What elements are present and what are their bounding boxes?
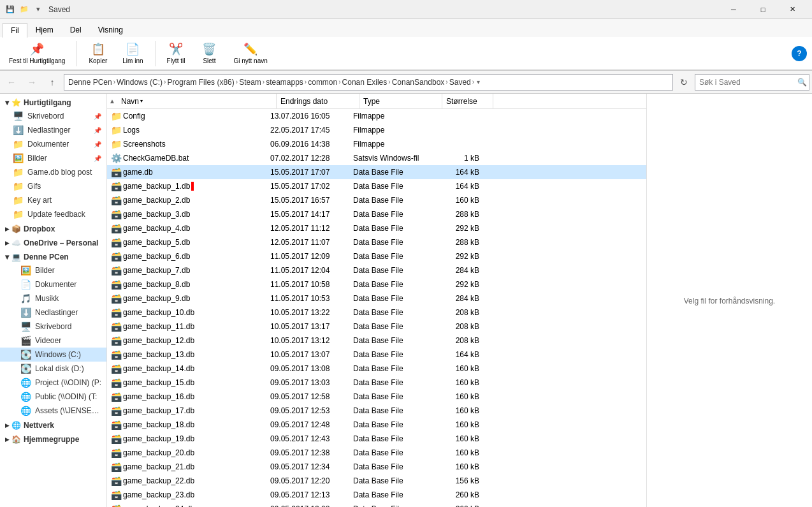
file-type: Satsvis Windows-fil bbox=[349, 154, 432, 163]
table-row[interactable]: 🗃️ game_backup_19.db 09.05.2017 12:43 Da… bbox=[107, 432, 646, 446]
hjemmegruppe-header[interactable]: ▸ 🏠 Hjemmegruppe bbox=[0, 433, 106, 446]
file-size: 164 kB bbox=[432, 168, 483, 177]
table-row[interactable]: 📁 Logs 22.05.2017 17:45 Filmappe bbox=[107, 123, 646, 137]
pinned-access-button[interactable]: 📌 Fest til Hurtigtilgang bbox=[5, 41, 69, 66]
table-row[interactable]: 🗃️ game_backup_22.db 09.05.2017 12:20 Da… bbox=[107, 474, 646, 488]
tab-fil[interactable]: Fil bbox=[3, 23, 27, 38]
table-row[interactable]: 🗃️ game_backup_5.db 12.05.2017 11:07 Dat… bbox=[107, 235, 646, 249]
table-row[interactable]: 🗃️ game_backup_17.db 09.05.2017 12:53 Da… bbox=[107, 404, 646, 418]
path-steamapps[interactable]: steamapps bbox=[266, 78, 303, 87]
table-row[interactable]: 🗃️ game_backup_9.db 11.05.2017 10:53 Dat… bbox=[107, 291, 646, 305]
refresh-button[interactable]: ↻ bbox=[676, 74, 692, 91]
sidebar-item-skrivebord2[interactable]: 🖥️ Skrivebord bbox=[0, 320, 106, 334]
rename-button[interactable]: ✏️ Gi nytt navn bbox=[229, 41, 271, 66]
sidebar-item-skrivebord[interactable]: 🖥️ Skrivebord 📌 bbox=[0, 109, 106, 123]
col-header-date[interactable]: Endrings dato bbox=[277, 94, 359, 108]
table-row[interactable]: 🗃️ game_backup_10.db 10.05.2017 13:22 Da… bbox=[107, 305, 646, 320]
sidebar-item-windows-c[interactable]: 💽 Windows (C:) bbox=[0, 348, 106, 362]
table-row[interactable]: ⚙️ CheckGameDB.bat 07.02.2017 12:28 Sats… bbox=[107, 151, 646, 165]
sidebar-item-assets[interactable]: 🌐 Assets (\\JENSERIK\ bbox=[0, 404, 106, 418]
path-windows-c[interactable]: Windows (C:) bbox=[117, 78, 163, 87]
sidebar-item-bilder2[interactable]: 🖼️ Bilder bbox=[0, 263, 106, 277]
dropbox-header[interactable]: ▸ 📦 Dropbox bbox=[0, 223, 106, 235]
table-row[interactable]: 🗃️ game_backup_4.db 12.05.2017 11:12 Dat… bbox=[107, 221, 646, 235]
tab-visning[interactable]: Visning bbox=[90, 22, 131, 37]
sidebar-item-bilder[interactable]: 🖼️ Bilder 📌 bbox=[0, 151, 106, 165]
nettverk-header[interactable]: ▸ 🌐 Nettverk bbox=[0, 419, 106, 432]
table-row[interactable]: 🗃️ game_backup_24.db 09.05.2017 12:08 Da… bbox=[107, 502, 646, 507]
tab-hjem[interactable]: Hjem bbox=[27, 22, 62, 37]
path-steam[interactable]: Steam bbox=[239, 78, 261, 87]
file-size: 156 kB bbox=[432, 476, 483, 485]
paste-button[interactable]: 📄 Lim inn bbox=[119, 41, 147, 66]
sidebar-item-dokumenter2[interactable]: 📄 Dokumenter bbox=[0, 277, 106, 291]
window-controls: ─ □ ✕ bbox=[719, 0, 807, 19]
col-header-size[interactable]: Størrelse bbox=[442, 94, 493, 108]
close-button[interactable]: ✕ bbox=[778, 0, 807, 19]
table-row[interactable]: 🗃️ game_backup_21.db 09.05.2017 12:34 Da… bbox=[107, 460, 646, 474]
delete-icon: 🗑️ bbox=[202, 42, 216, 56]
file-name: 🗃️ game_backup_23.db bbox=[107, 490, 266, 500]
sidebar-item-musikk[interactable]: 🎵 Musikk bbox=[0, 291, 106, 305]
sidebar-item-dokumenter[interactable]: 📁 Dokumenter 📌 bbox=[0, 137, 106, 151]
file-size: 260 kB bbox=[432, 490, 483, 499]
table-row[interactable]: 🗃️ game_backup_14.db 09.05.2017 13:08 Da… bbox=[107, 362, 646, 376]
path-program-files[interactable]: Program Files (x86) bbox=[167, 78, 234, 87]
copy-button[interactable]: 📋 Kopier bbox=[85, 41, 111, 66]
file-date: 09.05.2017 12:34 bbox=[266, 462, 349, 471]
minimize-button[interactable]: ─ bbox=[719, 0, 748, 19]
maximize-button[interactable]: □ bbox=[748, 0, 778, 19]
table-row[interactable]: 🗃️ game_backup_20.db 09.05.2017 12:38 Da… bbox=[107, 446, 646, 460]
path-denne-pcen[interactable]: Denne PCen bbox=[68, 78, 112, 87]
dennepce-header[interactable]: ▾ 💻 Denne PCen bbox=[0, 251, 106, 263]
col-header-name[interactable]: Navn ▾ bbox=[117, 94, 277, 108]
address-path[interactable]: Denne PCen › Windows (C:) › Program File… bbox=[64, 74, 673, 91]
onedrive-header[interactable]: ▸ ☁️ OneDrive – Personal bbox=[0, 237, 106, 249]
sidebar-item-nedlastinger[interactable]: ⬇️ Nedlastinger 📌 bbox=[0, 123, 106, 137]
search-input[interactable] bbox=[699, 78, 795, 87]
table-row[interactable]: 🗃️ game.db 15.05.2017 17:07 Data Base Fi… bbox=[107, 165, 646, 179]
path-saved[interactable]: Saved bbox=[449, 78, 471, 87]
tab-del[interactable]: Del bbox=[62, 22, 90, 37]
table-row[interactable]: 🗃️ game_backup_16.db 09.05.2017 12:58 Da… bbox=[107, 390, 646, 404]
delete-button[interactable]: 🗑️ Slett bbox=[196, 41, 222, 66]
table-row[interactable]: 🗃️ game_backup_2.db 15.05.2017 16:57 Dat… bbox=[107, 193, 646, 207]
table-row[interactable]: 🗃️ game_backup_3.db 15.05.2017 14:17 Dat… bbox=[107, 207, 646, 221]
sidebar-item-lokal-d[interactable]: 💽 Lokal disk (D:) bbox=[0, 362, 106, 376]
nedlastinger-label: Nedlastinger bbox=[27, 126, 70, 135]
table-row[interactable]: 🗃️ game_backup_11.db 10.05.2017 13:17 Da… bbox=[107, 320, 646, 334]
table-row[interactable]: 🗃️ game_backup_7.db 11.05.2017 12:04 Dat… bbox=[107, 263, 646, 277]
sidebar-item-gamedb[interactable]: 📁 Game.db blog post bbox=[0, 165, 106, 179]
table-row[interactable]: 🗃️ game_backup_13.db 10.05.2017 13:07 Da… bbox=[107, 348, 646, 362]
sidebar-item-keyart[interactable]: 📁 Key art bbox=[0, 193, 106, 207]
down-arrow-icon[interactable]: ▾ bbox=[33, 4, 43, 15]
forward-button[interactable]: → bbox=[23, 74, 41, 91]
path-conansandbox[interactable]: ConanSandbox bbox=[392, 78, 445, 87]
back-button[interactable]: ← bbox=[3, 74, 20, 91]
move-button[interactable]: ✂️ Flytt til bbox=[163, 41, 189, 66]
table-row[interactable]: 🗃️ game_backup_8.db 11.05.2017 10:58 Dat… bbox=[107, 277, 646, 291]
table-row[interactable]: 📁 Screenshots 06.09.2016 14:38 Filmappe bbox=[107, 137, 646, 151]
up-button[interactable]: ↑ bbox=[43, 74, 61, 91]
sidebar-item-nedlastinger2[interactable]: ⬇️ Nedlastinger bbox=[0, 305, 106, 320]
sidebar-item-gifs[interactable]: 📁 Gifs bbox=[0, 179, 106, 193]
path-dropdown-btn[interactable]: ▾ bbox=[475, 77, 481, 87]
table-row[interactable]: 🗃️ game_backup_23.db 09.05.2017 12:13 Da… bbox=[107, 488, 646, 502]
path-common[interactable]: common bbox=[308, 78, 337, 87]
table-row[interactable]: 📁 Config 13.07.2016 16:05 Filmappe bbox=[107, 109, 646, 123]
quickaccess-header[interactable]: ▾ ⭐ Hurtigtilgang bbox=[0, 96, 106, 109]
table-row[interactable]: 🗃️ game_backup_1.db 15.05.2017 17:02 Dat… bbox=[107, 179, 646, 193]
sidebar-item-videoer[interactable]: 🎬 Videoer bbox=[0, 334, 106, 348]
table-row[interactable]: 🗃️ game_backup_18.db 09.05.2017 12:48 Da… bbox=[107, 418, 646, 432]
col-header-type[interactable]: Type bbox=[359, 94, 442, 108]
sidebar-item-updatefeedback[interactable]: 📁 Update feedback bbox=[0, 207, 106, 221]
sidebar-item-public[interactable]: 🌐 Public (\\ODIN) (T: bbox=[0, 390, 106, 404]
table-row[interactable]: 🗃️ game_backup_6.db 11.05.2017 12:09 Dat… bbox=[107, 249, 646, 263]
table-row[interactable]: 🗃️ game_backup_12.db 10.05.2017 13:12 Da… bbox=[107, 334, 646, 348]
help-button[interactable]: ? bbox=[792, 46, 807, 61]
table-row[interactable]: 🗃️ game_backup_15.db 09.05.2017 13:03 Da… bbox=[107, 376, 646, 390]
col-scroll-up[interactable]: ▲ bbox=[107, 94, 117, 109]
file-date: 10.05.2017 13:12 bbox=[266, 336, 349, 345]
path-conan-exiles[interactable]: Conan Exiles bbox=[342, 78, 388, 87]
sidebar-item-project[interactable]: 🌐 Project (\\ODIN) (P: bbox=[0, 376, 106, 390]
